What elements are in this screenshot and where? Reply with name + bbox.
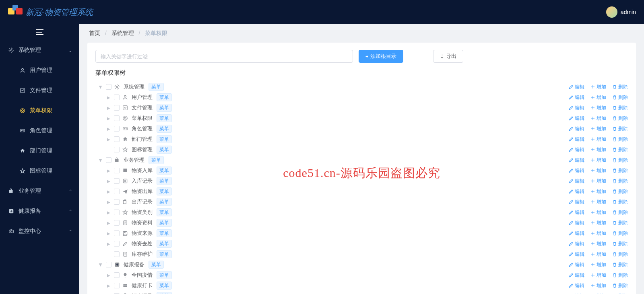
edit-action[interactable]: 编辑 xyxy=(568,115,584,122)
sidebar-item-3[interactable]: 菜单权限 xyxy=(0,101,79,121)
delete-action[interactable]: 删除 xyxy=(612,167,628,174)
add-action[interactable]: 增加 xyxy=(590,105,606,111)
add-action[interactable]: 增加 xyxy=(590,251,606,258)
delete-action[interactable]: 删除 xyxy=(612,272,628,279)
edit-action[interactable]: 编辑 xyxy=(568,199,584,206)
delete-action[interactable]: 删除 xyxy=(612,115,628,122)
edit-action[interactable]: 编辑 xyxy=(568,251,584,258)
tree-checkbox[interactable] xyxy=(114,115,120,121)
tree-checkbox[interactable] xyxy=(114,210,120,215)
sidebar-item-1[interactable]: 用户管理 xyxy=(0,60,79,80)
add-action[interactable]: 增加 xyxy=(590,293,606,294)
tree-caret-icon[interactable]: ▶ xyxy=(106,169,111,173)
add-action[interactable]: 增加 xyxy=(590,178,606,185)
edit-action[interactable]: 编辑 xyxy=(568,125,584,132)
sidebar-collapse-button[interactable] xyxy=(0,24,79,40)
tree-checkbox[interactable] xyxy=(114,199,120,205)
sidebar-item-5[interactable]: 部门管理 xyxy=(0,141,79,161)
delete-action[interactable]: 删除 xyxy=(612,251,628,258)
user-area[interactable]: admin xyxy=(606,6,636,18)
tree-checkbox[interactable] xyxy=(114,95,120,100)
tree-caret-icon[interactable]: ▶ xyxy=(106,127,111,131)
edit-action[interactable]: 编辑 xyxy=(568,209,584,216)
add-action[interactable]: 增加 xyxy=(590,157,606,164)
delete-action[interactable]: 删除 xyxy=(612,94,628,101)
edit-action[interactable]: 编辑 xyxy=(568,230,584,237)
delete-action[interactable]: 删除 xyxy=(612,261,628,268)
tree-checkbox[interactable] xyxy=(114,283,120,288)
edit-action[interactable]: 编辑 xyxy=(568,146,584,153)
edit-action[interactable]: 编辑 xyxy=(568,220,584,226)
tree-checkbox[interactable] xyxy=(114,251,120,257)
sidebar-item-0[interactable]: 系统管理⌃ xyxy=(0,40,79,60)
delete-action[interactable]: 删除 xyxy=(612,84,628,90)
delete-action[interactable]: 删除 xyxy=(612,220,628,226)
delete-action[interactable]: 删除 xyxy=(612,188,628,195)
delete-action[interactable]: 删除 xyxy=(612,241,628,247)
tree-checkbox[interactable] xyxy=(114,136,120,142)
tree-checkbox[interactable] xyxy=(114,178,120,184)
add-action[interactable]: 增加 xyxy=(590,199,606,206)
tree-caret-icon[interactable]: ▶ xyxy=(106,221,111,225)
tree-checkbox[interactable] xyxy=(114,126,120,132)
edit-action[interactable]: 编辑 xyxy=(568,178,584,185)
add-action[interactable]: 增加 xyxy=(590,125,606,132)
tree-checkbox[interactable] xyxy=(114,220,120,226)
delete-action[interactable]: 删除 xyxy=(612,209,628,216)
sidebar-item-2[interactable]: 文件管理 xyxy=(0,80,79,101)
add-action[interactable]: 增加 xyxy=(590,230,606,237)
add-action[interactable]: 增加 xyxy=(590,209,606,216)
delete-action[interactable]: 删除 xyxy=(612,157,628,164)
tree-checkbox[interactable] xyxy=(114,105,120,111)
delete-action[interactable]: 删除 xyxy=(612,282,628,289)
tree-caret-icon[interactable]: ▶ xyxy=(106,242,111,246)
tree-checkbox[interactable] xyxy=(114,168,120,173)
add-action[interactable]: 增加 xyxy=(590,167,606,174)
export-button[interactable]: ⇣ 导出 xyxy=(433,50,463,63)
tree-caret-icon[interactable]: ▶ xyxy=(99,84,103,90)
edit-action[interactable]: 编辑 xyxy=(568,261,584,268)
add-action[interactable]: 增加 xyxy=(590,115,606,122)
sidebar-item-4[interactable]: 角色管理 xyxy=(0,121,79,141)
edit-action[interactable]: 编辑 xyxy=(568,94,584,101)
delete-action[interactable]: 删除 xyxy=(612,105,628,111)
tree-caret-icon[interactable]: ▶ xyxy=(106,179,111,183)
edit-action[interactable]: 编辑 xyxy=(568,84,584,90)
edit-action[interactable]: 编辑 xyxy=(568,157,584,164)
tree-caret-icon[interactable]: ▶ xyxy=(99,262,103,267)
edit-action[interactable]: 编辑 xyxy=(568,241,584,247)
add-action[interactable]: 增加 xyxy=(590,261,606,268)
delete-action[interactable]: 删除 xyxy=(612,178,628,185)
sidebar-item-7[interactable]: 业务管理⌃ xyxy=(0,181,79,201)
tree-caret-icon[interactable]: ▶ xyxy=(106,284,111,288)
add-action[interactable]: 增加 xyxy=(590,94,606,101)
tree-caret-icon[interactable]: ▶ xyxy=(106,106,111,110)
delete-action[interactable]: 删除 xyxy=(612,125,628,132)
sidebar-item-8[interactable]: 健康报备⌃ xyxy=(0,201,79,221)
tree-checkbox[interactable] xyxy=(106,84,111,90)
search-input[interactable] xyxy=(95,50,353,63)
add-action[interactable]: 增加 xyxy=(590,282,606,289)
edit-action[interactable]: 编辑 xyxy=(568,136,584,143)
edit-action[interactable]: 编辑 xyxy=(568,188,584,195)
add-action[interactable]: 增加 xyxy=(590,220,606,226)
add-root-button[interactable]: + 添加根目录 xyxy=(359,50,403,63)
tree-checkbox[interactable] xyxy=(114,272,120,278)
tree-checkbox[interactable] xyxy=(106,262,111,267)
edit-action[interactable]: 编辑 xyxy=(568,293,584,294)
delete-action[interactable]: 删除 xyxy=(612,199,628,206)
sidebar-item-9[interactable]: 监控中心⌃ xyxy=(0,221,79,241)
tree-caret-icon[interactable]: ▶ xyxy=(106,273,111,278)
delete-action[interactable]: 删除 xyxy=(612,293,628,294)
tree-checkbox[interactable] xyxy=(114,241,120,247)
edit-action[interactable]: 编辑 xyxy=(568,282,584,289)
tree-checkbox[interactable] xyxy=(114,189,120,194)
delete-action[interactable]: 删除 xyxy=(612,146,628,153)
tree-caret-icon[interactable]: ▶ xyxy=(106,189,111,194)
add-action[interactable]: 增加 xyxy=(590,272,606,279)
tree-caret-icon[interactable]: ▶ xyxy=(106,95,111,100)
edit-action[interactable]: 编辑 xyxy=(568,272,584,279)
breadcrumb-home[interactable]: 首页 xyxy=(89,30,100,36)
sidebar-item-6[interactable]: 图标管理 xyxy=(0,161,79,181)
tree-caret-icon[interactable]: ▶ xyxy=(106,200,111,204)
